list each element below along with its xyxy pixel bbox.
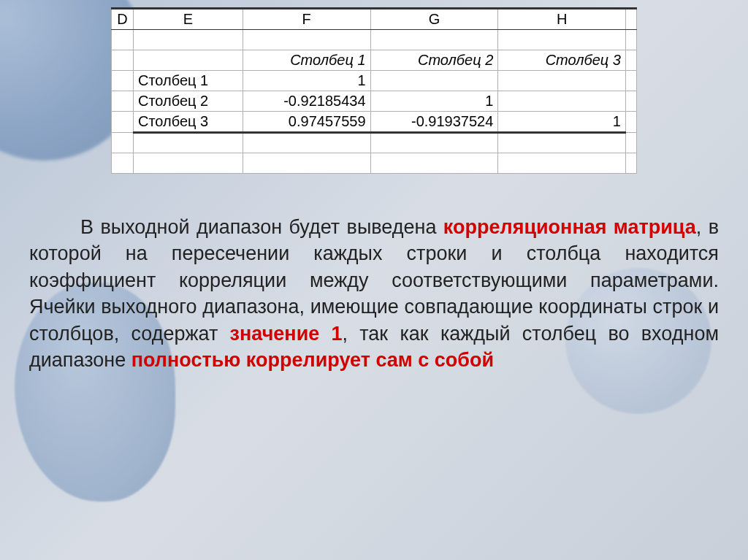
cell-value bbox=[498, 91, 626, 112]
table-row: Столбец 3 0.97457559 -0.91937524 1 bbox=[112, 112, 637, 133]
description-paragraph: В выходной диапазон будет выведена корре… bbox=[22, 214, 726, 374]
cell-value: 1 bbox=[498, 112, 626, 133]
empty-row bbox=[112, 30, 637, 50]
row-label: Столбец 1 bbox=[133, 71, 243, 91]
table-row: Столбец 1 1 bbox=[112, 71, 637, 91]
col-header-blank bbox=[625, 9, 636, 30]
col-header-E: E bbox=[133, 9, 243, 30]
col-header-F: F bbox=[243, 9, 370, 30]
cell-header-col2: Столбец 2 bbox=[370, 50, 498, 71]
col-header-D: D bbox=[112, 9, 134, 30]
highlight-correlation-matrix: корреляционная матрица bbox=[443, 216, 696, 238]
col-header-G: G bbox=[370, 9, 498, 30]
cell-value bbox=[498, 71, 626, 91]
table-row: Столбец 2 -0.92185434 1 bbox=[112, 91, 637, 112]
header-labels-row: Столбец 1 Столбец 2 Столбец 3 bbox=[112, 50, 637, 71]
cell-value: -0.91937524 bbox=[370, 112, 498, 133]
cell-value: -0.92185434 bbox=[243, 91, 370, 112]
row-label: Столбец 3 bbox=[133, 112, 243, 133]
correlation-matrix-table: D E F G H Столбец 1 Столбец 2 Столбец 3 … bbox=[111, 7, 637, 174]
highlight-value-one: значение 1 bbox=[230, 323, 343, 345]
cell-value: 0.97457559 bbox=[243, 112, 370, 133]
highlight-self-correlate: полностью коррелирует сам с собой bbox=[131, 349, 494, 371]
row-label: Столбец 2 bbox=[133, 91, 243, 112]
cell-value bbox=[370, 71, 498, 91]
text-part: В выходной диапазон будет выведена bbox=[80, 216, 443, 238]
empty-row bbox=[112, 153, 637, 174]
empty-row bbox=[112, 133, 637, 153]
cell-value: 1 bbox=[370, 91, 498, 112]
cell-header-col3: Столбец 3 bbox=[498, 50, 626, 71]
cell-header-col1: Столбец 1 bbox=[243, 50, 370, 71]
col-header-H: H bbox=[498, 9, 626, 30]
cell-value: 1 bbox=[243, 71, 370, 91]
